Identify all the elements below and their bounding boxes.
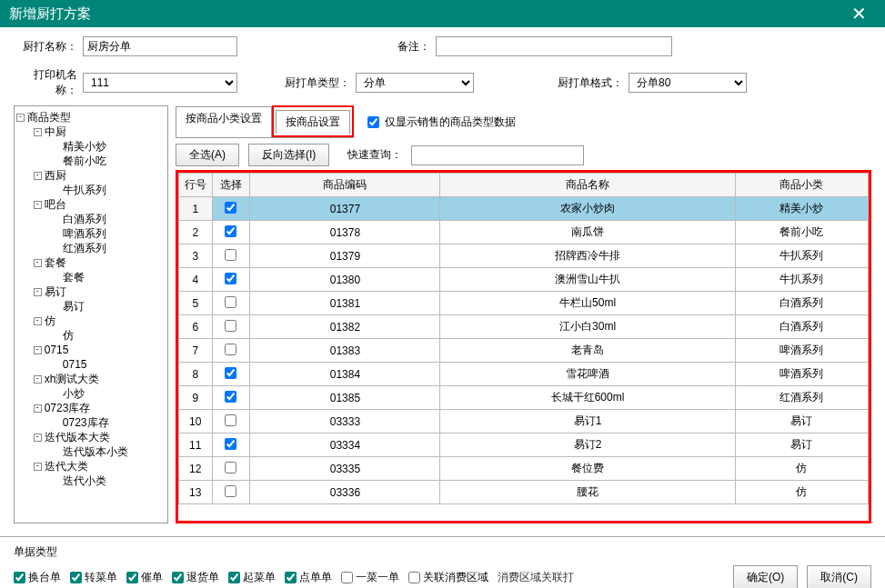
- close-icon[interactable]: ✕: [842, 3, 876, 25]
- row-checkbox[interactable]: [225, 249, 236, 261]
- footer-check[interactable]: 催单: [126, 570, 163, 585]
- tree-node[interactable]: 0723库存: [62, 415, 109, 430]
- printer-select[interactable]: 111: [83, 73, 237, 93]
- col-name[interactable]: 商品名称: [440, 174, 735, 197]
- tree-node[interactable]: 牛扒系列: [62, 183, 106, 197]
- table-row[interactable]: 3 01379 招牌西冷牛排 牛扒系列: [179, 244, 869, 268]
- row-checkbox[interactable]: [225, 344, 236, 355]
- tree-node[interactable]: 吧台: [44, 197, 66, 212]
- tree-node[interactable]: 0723库存: [44, 401, 91, 415]
- tree-node[interactable]: 白酒系列: [62, 212, 106, 226]
- format-select[interactable]: 分单80: [629, 73, 747, 93]
- tab-by-product[interactable]: 按商品设置: [276, 110, 350, 135]
- tree-node[interactable]: 红酒系列: [62, 241, 106, 255]
- row-checkbox[interactable]: [225, 320, 236, 332]
- footer-check[interactable]: 换台单: [14, 570, 61, 585]
- cancel-button[interactable]: 取消(C): [807, 565, 871, 588]
- tree-toggle-icon[interactable]: -: [34, 346, 42, 354]
- row-select-cell[interactable]: [212, 434, 250, 457]
- row-select-cell[interactable]: [212, 457, 250, 481]
- row-select-cell[interactable]: [212, 363, 250, 386]
- tree-toggle-icon[interactable]: -: [34, 404, 42, 413]
- tree-node[interactable]: 套餐: [62, 270, 85, 284]
- footer-checkbox[interactable]: [14, 572, 25, 583]
- row-checkbox[interactable]: [225, 296, 236, 308]
- tree-node[interactable]: 套餐: [44, 255, 66, 270]
- region-link-label[interactable]: 消费区域关联打: [498, 570, 574, 585]
- row-checkbox[interactable]: [225, 462, 236, 473]
- row-checkbox[interactable]: [225, 391, 236, 403]
- footer-check[interactable]: 一菜一单: [341, 570, 399, 585]
- footer-checkbox[interactable]: [228, 572, 240, 583]
- tree-toggle-icon[interactable]: -: [34, 434, 42, 442]
- row-select-cell[interactable]: [212, 386, 250, 410]
- tree-node[interactable]: 易订: [44, 284, 66, 299]
- table-row[interactable]: 7 01383 老青岛 啤酒系列: [179, 339, 869, 363]
- row-checkbox[interactable]: [225, 367, 236, 379]
- row-select-cell[interactable]: [212, 339, 250, 363]
- tree-node[interactable]: 0715: [44, 343, 69, 357]
- tree-toggle-icon[interactable]: -: [34, 128, 42, 136]
- row-checkbox[interactable]: [225, 225, 236, 237]
- footer-checkbox[interactable]: [285, 572, 297, 583]
- table-row[interactable]: 6 01382 江小白30ml 白酒系列: [179, 315, 869, 339]
- tree-node[interactable]: 商品类型: [26, 110, 71, 125]
- table-row[interactable]: 2 01378 南瓜饼 餐前小吃: [179, 221, 869, 244]
- show-sale-only-checkbox[interactable]: [367, 116, 379, 128]
- quick-search-input[interactable]: [411, 145, 584, 165]
- tree-node[interactable]: 小炒: [62, 386, 85, 401]
- table-row[interactable]: 13 03336 腰花 仿: [179, 481, 869, 504]
- tree-toggle-icon[interactable]: -: [34, 201, 42, 209]
- tree-node[interactable]: 仿: [44, 314, 55, 328]
- tree-toggle-icon[interactable]: -: [16, 114, 25, 122]
- tree-toggle-icon[interactable]: -: [34, 463, 42, 471]
- footer-check[interactable]: 点单单: [285, 570, 332, 585]
- tree-node[interactable]: 易订: [62, 299, 85, 314]
- table-row[interactable]: 9 01385 长城干红600ml 红酒系列: [179, 386, 869, 410]
- row-select-cell[interactable]: [212, 315, 250, 339]
- tree-toggle-icon[interactable]: -: [34, 288, 42, 296]
- table-row[interactable]: 1 01377 农家小炒肉 精美小炒: [179, 197, 869, 221]
- footer-checkbox[interactable]: [70, 572, 82, 583]
- row-select-cell[interactable]: [212, 410, 250, 434]
- col-select[interactable]: 选择: [212, 174, 250, 197]
- tree-node[interactable]: 餐前小吃: [62, 154, 106, 168]
- tree-node[interactable]: 中厨: [44, 125, 66, 139]
- footer-check[interactable]: 转菜单: [70, 570, 117, 585]
- tree-node[interactable]: 西厨: [44, 168, 66, 183]
- tab-by-category[interactable]: 按商品小类设置: [176, 106, 272, 138]
- row-select-cell[interactable]: [212, 481, 250, 504]
- table-row[interactable]: 8 01384 雪花啤酒 啤酒系列: [179, 363, 869, 386]
- tree-toggle-icon[interactable]: -: [34, 172, 42, 180]
- row-checkbox[interactable]: [225, 273, 236, 284]
- col-index[interactable]: 行号: [179, 174, 213, 197]
- tree-node[interactable]: 0715: [62, 357, 87, 372]
- tree-node[interactable]: 仿: [62, 328, 74, 343]
- tree-node[interactable]: 迭代版本小类: [62, 444, 128, 459]
- tree-node[interactable]: xh测试大类: [44, 372, 100, 386]
- row-select-cell[interactable]: [212, 221, 250, 244]
- footer-checkbox[interactable]: [172, 572, 184, 583]
- table-row[interactable]: 12 03335 餐位费 仿: [179, 457, 869, 481]
- table-row[interactable]: 5 01381 牛栏山50ml 白酒系列: [179, 292, 869, 315]
- row-checkbox[interactable]: [225, 438, 236, 450]
- category-tree[interactable]: -商品类型 -中厨 精美小炒 餐前小吃 -西厨 牛扒系列 -吧台 白酒系列 啤酒…: [14, 105, 168, 523]
- tree-node[interactable]: 精美小炒: [62, 139, 106, 154]
- table-row[interactable]: 4 01380 澳洲雪山牛扒 牛扒系列: [179, 268, 869, 292]
- col-category[interactable]: 商品小类: [735, 174, 868, 197]
- footer-check[interactable]: 关联消费区域: [408, 570, 488, 585]
- table-row[interactable]: 11 03334 易订2 易订: [179, 434, 869, 457]
- tree-toggle-icon[interactable]: -: [34, 259, 42, 267]
- table-row[interactable]: 10 03333 易订1 易订: [179, 410, 869, 434]
- footer-checkbox[interactable]: [126, 572, 138, 583]
- footer-check[interactable]: 退货单: [172, 570, 219, 585]
- col-code[interactable]: 商品编码: [250, 174, 440, 197]
- row-select-cell[interactable]: [212, 197, 250, 221]
- remark-input[interactable]: [436, 36, 672, 56]
- footer-check[interactable]: 起菜单: [228, 570, 276, 585]
- invert-select-button[interactable]: 反向选择(I): [248, 144, 329, 166]
- row-select-cell[interactable]: [212, 244, 250, 268]
- name-input[interactable]: [83, 36, 237, 56]
- tree-node[interactable]: 啤酒系列: [62, 226, 106, 241]
- row-select-cell[interactable]: [212, 268, 250, 292]
